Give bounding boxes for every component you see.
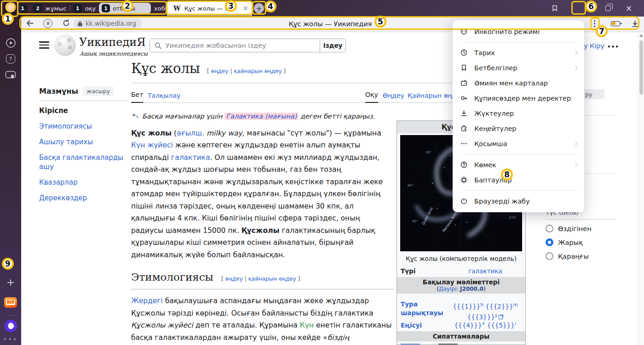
- download-icon[interactable]: [631, 20, 639, 29]
- battery-icon[interactable]: [611, 21, 620, 26]
- menu-item-label: Құпиясөздер мен деректер: [474, 95, 571, 102]
- sidebar-more-icon[interactable]: •••: [0, 336, 21, 343]
- screenshot-icon[interactable]: [0, 71, 21, 79]
- wikipedia-wordmark[interactable]: УикипедиЯ: [79, 36, 146, 49]
- divider: [6, 315, 16, 316]
- menu-item-downloads[interactable]: Жүктеулер: [453, 106, 584, 121]
- search-button[interactable]: Іздеу: [320, 39, 345, 52]
- extensions-puzzle-icon: [460, 124, 468, 132]
- toc-item-intro[interactable]: Кіріспе: [39, 103, 129, 119]
- scrollbar-thumb[interactable]: [639, 40, 643, 95]
- tab-counter-badge[interactable]: 7: [0, 54, 21, 63]
- edit-source-link[interactable]: қайнарын өңдеу: [248, 276, 296, 282]
- back-icon[interactable]: [26, 19, 34, 29]
- etymology-heading: Этимологиясы [ өңдеу | қайнарын өңдеу ]: [131, 270, 393, 289]
- page-scrollbar[interactable]: [638, 32, 644, 345]
- radio-icon[interactable]: [546, 225, 553, 232]
- menu-item-extensions[interactable]: Кеңейтулер: [453, 121, 584, 136]
- infobox-observation-header: Бақылау мәліметтері (Дәуірі: J2000.0): [397, 277, 525, 294]
- tab-group-3-label[interactable]: оқу: [85, 5, 96, 12]
- tab-page[interactable]: Бет: [131, 91, 143, 103]
- yandex-mail-icon[interactable]: [0, 297, 21, 308]
- browser-tab[interactable]: W Құс жолы — Уик ×: [167, 1, 252, 16]
- alice-assistant-icon[interactable]: [0, 320, 21, 332]
- edit-link[interactable]: өңдеу: [211, 68, 229, 74]
- menu-item-close-browser[interactable]: Браузерді жабу: [453, 193, 584, 209]
- toc-item-quasars[interactable]: Квазарлар: [39, 175, 129, 190]
- video-play-icon[interactable]: [0, 38, 21, 48]
- wikipedia-logo[interactable]: Ω W И: [54, 34, 76, 56]
- refresh-icon[interactable]: [62, 19, 70, 29]
- tab-close-icon[interactable]: ×: [242, 5, 248, 12]
- divider: [460, 154, 577, 154]
- callout-1: 1: [2, 13, 14, 25]
- menu-item-bookmarks[interactable]: Бетбелгілер: [453, 60, 584, 75]
- tab-group-2-count[interactable]: 2: [34, 4, 42, 12]
- menu-item-wallet[interactable]: Әмиян мен карталар: [453, 75, 584, 90]
- divider: [30, 5, 30, 11]
- edit-source-link[interactable]: қайнарын өңдеу: [234, 68, 282, 74]
- appearance-hide-button[interactable]: ру: [583, 89, 604, 99]
- login-link[interactable]: Кіру: [590, 42, 604, 50]
- infobox-ra-label[interactable]: Тура шарықтауы: [401, 300, 449, 322]
- bracket: ]: [298, 276, 300, 282]
- menu-item-history[interactable]: Тарих: [453, 45, 584, 60]
- menu-item-more[interactable]: Қосымша: [453, 136, 584, 151]
- divider: [70, 5, 70, 11]
- infobox-type-value[interactable]: галактика: [449, 267, 522, 276]
- edit-link[interactable]: өңдеу: [225, 276, 243, 282]
- toc-item-discovery[interactable]: Ашылу тарихы: [39, 134, 129, 150]
- tab-group-2-label[interactable]: жұмыс: [45, 5, 67, 12]
- restore-window-icon[interactable]: [605, 6, 611, 11]
- new-tab-button[interactable]: +: [254, 3, 264, 13]
- radio-icon[interactable]: [546, 252, 553, 260]
- toc-item-other-galaxies[interactable]: Басқа галактикаларды ашу: [39, 150, 129, 175]
- sidebar-add-icon[interactable]: +: [0, 277, 21, 288]
- hatnote-prefix: Басқа мағыналар үшін: [142, 113, 223, 120]
- callout-2: 2: [121, 0, 133, 12]
- scroll-up-arrow[interactable]: [639, 34, 643, 37]
- search-input[interactable]: [166, 42, 320, 49]
- callout-5: 5: [374, 16, 386, 28]
- tab-edit[interactable]: Өңдеу: [383, 92, 404, 103]
- yandex-icon[interactable]: Я: [43, 19, 52, 28]
- toc-title: Мазмұны: [39, 87, 78, 96]
- color-option-auto[interactable]: Өздігінен: [546, 225, 592, 232]
- image-label-60deg: 60°: [408, 184, 413, 187]
- incognito-mask-icon: [460, 28, 468, 35]
- tab-read[interactable]: Оқу: [365, 91, 378, 103]
- radio-icon[interactable]: [546, 238, 553, 246]
- wiki-hamburger-icon[interactable]: [39, 41, 49, 49]
- separator: |: [230, 68, 232, 74]
- menu-item-help[interactable]: Көмек: [453, 157, 584, 172]
- header-more-icon[interactable]: •••: [607, 44, 619, 50]
- menu-item-label: Бетбелгілер: [474, 64, 518, 72]
- tab-group-3-count[interactable]: 1: [74, 4, 82, 12]
- toc-hide-button[interactable]: жасыру: [83, 86, 114, 96]
- infobox-ra-value[interactable]: {{{1}}}h {{{2}}}m {{{3}}}s: [449, 300, 522, 322]
- history-clock-icon: [460, 49, 468, 57]
- callout-4: 4: [264, 0, 276, 12]
- url-pill[interactable]: kk.wikipedia.org: [74, 18, 142, 28]
- epoch-link[interactable]: Дәуірі: [439, 286, 456, 292]
- hatnote-link[interactable]: Галактика (мағына): [224, 113, 298, 120]
- color-option-dark[interactable]: Қараңғы: [546, 252, 589, 260]
- menu-item-incognito[interactable]: Инкогнито режимі: [453, 24, 584, 39]
- article-body: Басқа мағыналар үшін Галактика (мағына) …: [131, 110, 393, 345]
- toc-item-etymology[interactable]: Этимологиясы: [39, 119, 129, 134]
- menu-item-settings[interactable]: Баптаулар: [453, 172, 584, 187]
- toc-item-sources[interactable]: Дереккөздер: [39, 190, 129, 206]
- menu-item-label: Тарих: [474, 49, 495, 57]
- window-close-icon[interactable]: ×: [626, 4, 632, 13]
- search-icon: [155, 42, 161, 49]
- kebab-menu-icon[interactable]: [594, 20, 595, 27]
- menu-item-passwords[interactable]: Құпиясөздер мен деректер: [453, 90, 584, 106]
- tab-talk[interactable]: Талқылау: [148, 92, 180, 103]
- menu-item-label: Инкогнито режимі: [474, 28, 540, 35]
- color-option-light[interactable]: Жарық: [546, 238, 583, 246]
- side-panel-bookmark-icon[interactable]: [551, 5, 558, 12]
- browser-dropdown-menu: Инкогнито режимі Тарих Бетбелгілер Әмиян…: [453, 20, 584, 212]
- wiki-search-box[interactable]: Іздеу: [150, 39, 346, 52]
- page-title: Құс жолы: [131, 61, 200, 76]
- browser-menu-button[interactable]: [572, 6, 580, 11]
